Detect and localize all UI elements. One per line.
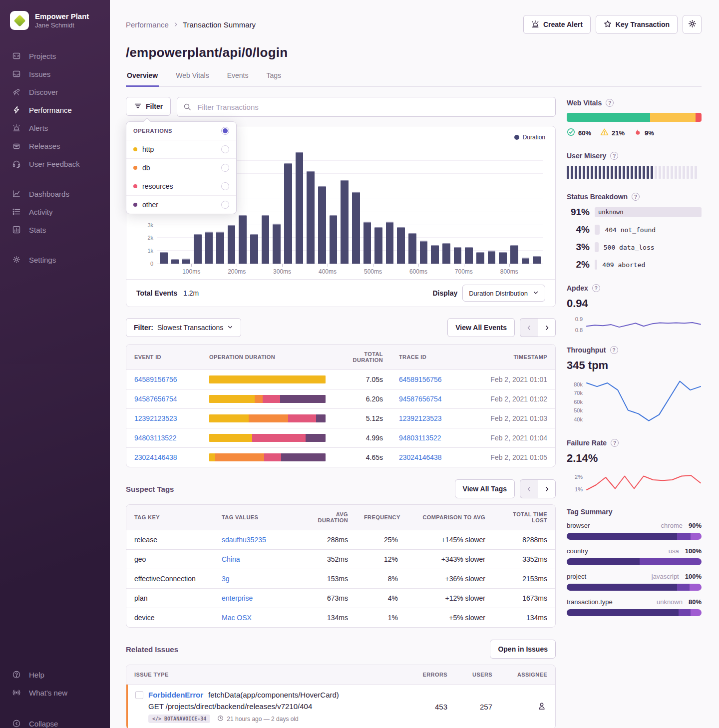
histogram-bar[interactable]	[262, 215, 270, 264]
display-select[interactable]: Duration Distribution	[462, 285, 545, 302]
operations-radio-selected[interactable]	[221, 127, 229, 135]
assignee-user-icon[interactable]	[537, 702, 546, 713]
histogram-bar[interactable]	[420, 241, 428, 264]
tag-summary-top-value[interactable]: unknown	[657, 598, 683, 606]
filter-button[interactable]: Filter	[126, 97, 171, 116]
histogram-bar[interactable]	[273, 224, 281, 264]
histogram-bar[interactable]	[330, 215, 338, 264]
tag-value-link[interactable]: sdaufhu35235	[222, 536, 266, 544]
tag-summary-top-value[interactable]: usa	[669, 547, 679, 555]
operation-option-db[interactable]: db	[126, 159, 236, 177]
histogram-bar[interactable]	[454, 247, 462, 264]
help-icon[interactable]: ?	[632, 193, 640, 201]
sidebar-item-activity[interactable]: Activity	[0, 203, 110, 221]
histogram-bar[interactable]	[352, 192, 360, 264]
operation-radio[interactable]	[221, 182, 229, 190]
tag-value-link[interactable]: enterprise	[222, 594, 253, 602]
settings-button[interactable]	[683, 15, 702, 34]
histogram-bar[interactable]	[296, 152, 304, 264]
create-alert-button[interactable]: Create Alert	[523, 15, 591, 34]
histogram-bar[interactable]	[488, 251, 496, 264]
histogram-bar[interactable]	[239, 215, 247, 264]
tab-events[interactable]: Events	[226, 71, 250, 87]
operation-option-other[interactable]: other	[126, 196, 236, 214]
histogram-bar[interactable]	[194, 234, 202, 264]
project-badge[interactable]: </>BOTANAVOICE-34	[148, 715, 210, 723]
tab-tags[interactable]: Tags	[265, 71, 282, 87]
key-transaction-button[interactable]: Key Transaction	[596, 15, 678, 34]
help-icon[interactable]: ?	[610, 346, 618, 354]
sidebar-item-performance[interactable]: Performance	[0, 101, 110, 119]
help-icon[interactable]: ?	[606, 99, 614, 107]
tag-summary-top-value[interactable]: javascript	[652, 573, 679, 580]
help-icon[interactable]: ?	[611, 439, 619, 447]
tag-value-link[interactable]: 3g	[222, 575, 230, 583]
sidebar-item-stats[interactable]: Stats	[0, 221, 110, 239]
histogram-bar[interactable]	[307, 171, 315, 264]
histogram-bar[interactable]	[510, 245, 518, 264]
histogram-bar[interactable]	[499, 252, 507, 264]
histogram-bar[interactable]	[341, 180, 349, 264]
event-id-link[interactable]: 23024146438	[134, 453, 177, 461]
operation-radio[interactable]	[221, 164, 229, 172]
histogram-bar[interactable]	[476, 252, 484, 264]
breadcrumb-performance[interactable]: Performance	[126, 20, 169, 29]
histogram-bar[interactable]	[465, 247, 473, 264]
sidebar-item-dashboards[interactable]: Dashboards	[0, 185, 110, 203]
sidebar-item-discover[interactable]: Discover	[0, 83, 110, 101]
event-id-link[interactable]: 64589156756	[134, 375, 177, 383]
tags-next-button[interactable]	[538, 479, 556, 498]
histogram-bar[interactable]	[431, 245, 439, 264]
event-id-link[interactable]: 94803113522	[134, 434, 177, 442]
sidebar-item-collapse[interactable]: Collapse	[0, 715, 110, 728]
search-input[interactable]	[177, 97, 556, 117]
histogram-bar[interactable]	[318, 186, 326, 264]
operation-option-resources[interactable]: resources	[126, 177, 236, 196]
open-in-issues-button[interactable]: Open in Issues	[490, 640, 556, 659]
histogram-bar[interactable]	[228, 225, 236, 264]
sidebar-item-projects[interactable]: Projects	[0, 47, 110, 65]
histogram-bar[interactable]	[522, 258, 530, 264]
histogram-bar[interactable]	[284, 163, 292, 264]
histogram-bar[interactable]	[160, 252, 168, 264]
help-icon[interactable]: ?	[592, 284, 600, 292]
issue-type-link[interactable]: ForbiddenError	[148, 691, 203, 699]
trace-id-link[interactable]: 94803113522	[399, 434, 441, 442]
sidebar-item-releases[interactable]: Releases	[0, 137, 110, 155]
sidebar-item-what-s-new[interactable]: What's new	[0, 684, 110, 702]
operation-option-http[interactable]: http	[126, 140, 236, 159]
trace-id-link[interactable]: 64589156756	[399, 375, 442, 383]
histogram-bar[interactable]	[363, 222, 371, 264]
events-next-button[interactable]	[538, 318, 556, 337]
sidebar-item-settings[interactable]: Settings	[0, 251, 110, 269]
sidebar-item-issues[interactable]: Issues	[0, 65, 110, 83]
event-id-link[interactable]: 12392123523	[134, 414, 177, 422]
view-all-events-button[interactable]: View All Events	[447, 318, 515, 337]
tags-prev-button[interactable]	[520, 479, 538, 498]
histogram-bar[interactable]	[182, 259, 190, 264]
histogram-bar[interactable]	[408, 233, 416, 264]
view-all-tags-button[interactable]: View All Tags	[455, 479, 515, 498]
histogram-bar[interactable]	[250, 234, 258, 264]
histogram-bar[interactable]	[397, 227, 405, 264]
histogram-bar[interactable]	[442, 243, 450, 264]
slowest-transactions-filter[interactable]: Filter: Slowest Transactions	[126, 318, 241, 337]
operations-dropdown-header[interactable]: OPERATIONS	[126, 122, 236, 140]
events-prev-button[interactable]	[520, 318, 538, 337]
help-icon[interactable]: ?	[610, 152, 618, 160]
trace-id-link[interactable]: 23024146438	[399, 453, 442, 461]
histogram-bar[interactable]	[171, 259, 179, 264]
operation-radio[interactable]	[221, 201, 229, 209]
sidebar-item-alerts[interactable]: Alerts	[0, 119, 110, 137]
histogram-bar[interactable]	[533, 256, 541, 264]
issue-checkbox[interactable]	[135, 691, 143, 699]
org-switcher[interactable]: Empower Plant Jane Schmidt	[0, 7, 110, 34]
operation-radio[interactable]	[221, 145, 229, 153]
tag-value-link[interactable]: Mac OSX	[222, 614, 252, 622]
trace-id-link[interactable]: 94587656754	[399, 395, 442, 403]
sidebar-item-user-feedback[interactable]: User Feedback	[0, 155, 110, 173]
histogram-bar[interactable]	[374, 227, 382, 264]
trace-id-link[interactable]: 12392123523	[399, 414, 442, 422]
histogram-bar[interactable]	[205, 232, 213, 264]
tag-value-link[interactable]: China	[222, 555, 240, 563]
